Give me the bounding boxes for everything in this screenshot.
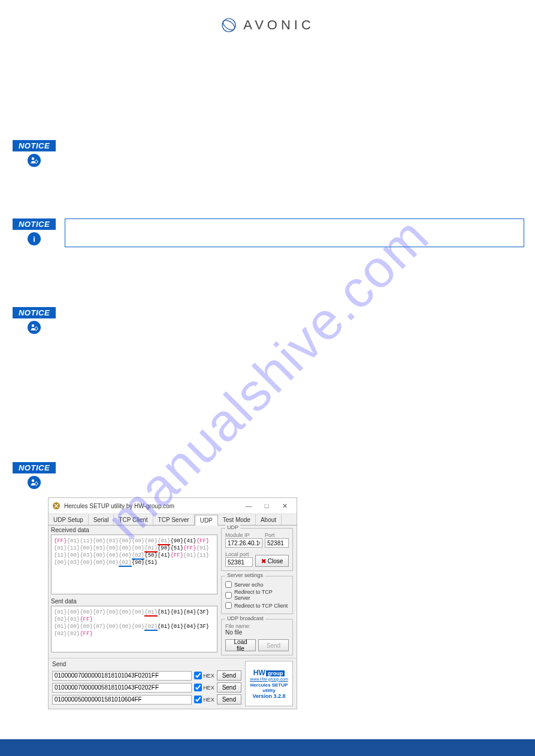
server-echo-checkbox[interactable]: Server echo [225, 581, 289, 588]
svg-point-6 [32, 479, 34, 482]
brand-logo: AVONIC [220, 17, 315, 34]
hw-link[interactable]: www.HW-group.com [250, 677, 288, 681]
sent-data-pane[interactable]: {01}{00}{00}{07}{00}{00}{00}{01}{81}{01}… [51, 606, 217, 652]
hex-checkbox-2[interactable]: HEX [194, 684, 214, 691]
notice-4: NOTICE placeholder [11, 462, 524, 489]
broadcast-send-button[interactable]: Send [258, 639, 289, 651]
send-button-2[interactable]: Send [217, 682, 241, 693]
hw-branding: HWgroup www.HW-group.com Hercules SETUP … [245, 661, 293, 706]
hw-logo: HWgroup [253, 669, 285, 677]
svg-point-2 [32, 157, 34, 160]
close-x-icon: ✖ [261, 558, 266, 564]
sent-data-label: Sent data [49, 597, 220, 606]
hercules-window: Hercules SETUP utility by HW-group.com —… [48, 497, 297, 709]
udp-group: UDP Module IP Port Local port [221, 528, 293, 571]
hw-product-name: Hercules SETUP utility [248, 682, 290, 693]
module-ip-input[interactable] [225, 538, 262, 548]
local-port-input[interactable] [225, 557, 253, 567]
redirect-tcp-client-checkbox[interactable]: Redirect to TCP Client [225, 602, 289, 609]
person-gear-icon [28, 321, 41, 334]
tab-bar: UDP SetupSerialTCP ClientTCP ServerUDPTe… [49, 514, 297, 526]
send-button-3[interactable]: Send [217, 694, 241, 705]
send-row-3: HEXSend [52, 694, 241, 705]
tab-udp-setup[interactable]: UDP Setup [49, 514, 89, 525]
close-button[interactable]: ✖ Close [255, 555, 289, 567]
notice-badge: NOTICE [13, 307, 56, 318]
brand-name: AVONIC [243, 17, 315, 33]
send-input-2[interactable] [52, 683, 192, 693]
send-label: Send [52, 661, 241, 669]
send-input-3[interactable] [52, 695, 192, 705]
close-window-button[interactable]: ✕ [276, 500, 293, 511]
notice-outlined-body [65, 218, 524, 247]
local-port-label: Local port [225, 551, 253, 557]
footer-bar [0, 739, 535, 756]
info-icon: i [28, 232, 41, 245]
hex-checkbox-3[interactable]: HEX [194, 696, 214, 703]
notice-badge: NOTICE [13, 462, 56, 473]
module-ip-label: Module IP [225, 532, 262, 538]
tab-serial[interactable]: Serial [89, 514, 114, 525]
notice-2: NOTICE i [11, 218, 524, 247]
notice-badge: NOTICE [13, 218, 56, 230]
port-input[interactable] [265, 538, 289, 548]
send-row-2: HEXSend [52, 682, 241, 693]
hex-checkbox-1[interactable]: HEX [194, 672, 214, 679]
tab-test-mode[interactable]: Test Mode [218, 514, 256, 525]
send-input-1[interactable] [52, 671, 192, 681]
avonic-logo-icon [220, 17, 237, 34]
person-gear-icon [28, 154, 41, 167]
titlebar: Hercules SETUP utility by HW-group.com —… [49, 498, 297, 514]
tab-udp[interactable]: UDP [195, 515, 218, 526]
close-button-label: Close [268, 558, 283, 564]
server-settings-title: Server settings [225, 572, 265, 578]
file-name-value: No file [225, 629, 289, 636]
udp-broadcast-title: UDP broadcast [225, 615, 265, 621]
notice-1: NOTICE placeholder [11, 140, 524, 167]
app-icon [52, 502, 61, 510]
udp-group-title: UDP [225, 524, 240, 530]
svg-point-3 [35, 160, 38, 163]
port-label: Port [265, 532, 289, 538]
person-gear-icon [28, 476, 41, 489]
minimize-button[interactable]: — [240, 500, 257, 511]
svg-point-5 [35, 327, 38, 330]
maximize-button[interactable]: □ [258, 500, 275, 511]
svg-point-1 [222, 19, 237, 32]
notice-badge: NOTICE [13, 140, 56, 151]
received-data-pane[interactable]: {FF}{01}{11}{00}{03}{00}{00}{00}{01}{90}… [51, 535, 217, 594]
redirect-tcp-server-checkbox[interactable]: Redirect to TCP Server [225, 589, 289, 601]
server-settings-group: Server settings Server echo Redirect to … [221, 576, 293, 614]
hw-version: Version 3.2.8 [252, 693, 285, 699]
tab-about[interactable]: About [256, 514, 282, 525]
send-row-1: HEXSend [52, 670, 241, 681]
brand-header: AVONIC [0, 0, 535, 36]
udp-broadcast-group: UDP broadcast File name: No file Load fi… [221, 619, 293, 655]
svg-point-4 [32, 324, 34, 327]
svg-point-7 [35, 482, 38, 485]
window-title: Hercules SETUP utility by HW-group.com [64, 503, 174, 509]
notice-3: NOTICE placeholder [11, 307, 524, 334]
tab-tcp-client[interactable]: TCP Client [114, 514, 153, 525]
file-name-label: File name: [225, 623, 289, 629]
send-button-1[interactable]: Send [217, 670, 241, 681]
received-data-label: Received data [49, 526, 220, 535]
load-file-button[interactable]: Load file [225, 639, 256, 651]
tab-tcp-server[interactable]: TCP Server [153, 514, 195, 525]
